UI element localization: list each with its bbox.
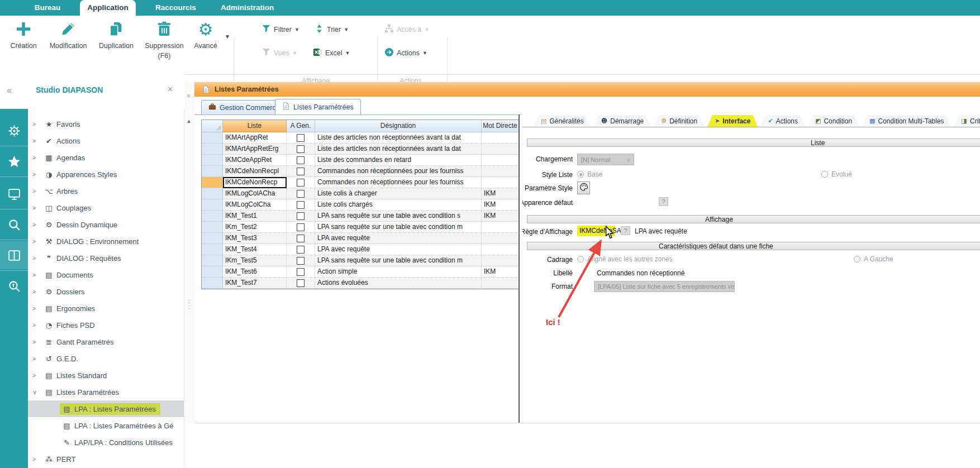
chevron-icon[interactable]: > bbox=[32, 322, 42, 328]
select-all-corner[interactable] bbox=[202, 120, 223, 132]
cell-mot-directeur[interactable] bbox=[482, 166, 519, 177]
splitter-handle[interactable]: ∙∙∙∙∙∙∙∙ bbox=[188, 299, 191, 310]
cell-liste[interactable]: IKMArtAppRet bbox=[223, 132, 287, 144]
tree-item[interactable]: > ↺ G.E.D. bbox=[28, 350, 184, 367]
menu-tab-bureau[interactable]: Bureau bbox=[31, 0, 64, 16]
row-selector[interactable] bbox=[202, 222, 223, 233]
tree-item[interactable]: > ✔ Actions bbox=[28, 132, 184, 149]
a-gen-checkbox[interactable] bbox=[297, 190, 305, 198]
table-row[interactable]: IKM_Test6 Action simple IKM bbox=[202, 266, 519, 278]
cell-mot-directeur[interactable] bbox=[482, 233, 519, 244]
parametre-style-button[interactable] bbox=[577, 182, 590, 194]
tree-item[interactable]: > ▤ Listes Standard bbox=[28, 367, 184, 384]
table-row[interactable]: IKMCdeNonRecpl Commandes non réceptionné… bbox=[202, 166, 519, 177]
search-icon[interactable] bbox=[0, 211, 28, 238]
regle-affichage-help-button[interactable]: ? bbox=[621, 226, 630, 235]
duplication-button[interactable]: Duplication bbox=[93, 20, 140, 50]
chevron-icon[interactable]: > bbox=[32, 338, 42, 345]
tree-item[interactable]: > ★ Favoris bbox=[28, 116, 184, 132]
column-header-designation[interactable]: Désignation bbox=[315, 120, 482, 132]
tree-item[interactable]: ∨ ▤ Listes Paramétrées bbox=[28, 384, 184, 400]
chevron-icon[interactable]: > bbox=[32, 221, 42, 228]
apparence-defaut-help-button[interactable]: ? bbox=[659, 197, 668, 206]
cell-mot-directeur[interactable] bbox=[482, 255, 519, 266]
table-row[interactable]: IKM_Test3 LPA avec requête bbox=[202, 233, 519, 244]
modification-button[interactable]: Modification bbox=[45, 20, 92, 50]
columns-icon[interactable] bbox=[0, 241, 28, 269]
cell-liste[interactable]: IKM_Test7 bbox=[223, 278, 287, 289]
chevron-icon[interactable]: > bbox=[32, 171, 42, 178]
cell-liste[interactable]: IKM_Test1 bbox=[223, 211, 287, 222]
property-tab[interactable]: ▦ Condition Multi-Tables bbox=[862, 115, 951, 127]
cell-designation[interactable]: Liste colis à charger bbox=[315, 188, 482, 199]
chevron-icon[interactable]: > bbox=[32, 238, 42, 245]
chevron-icon[interactable]: > bbox=[32, 137, 42, 144]
a-gen-checkbox[interactable] bbox=[297, 279, 305, 287]
cell-mot-directeur[interactable]: IKM bbox=[482, 188, 519, 199]
property-tab[interactable]: ➤ Interface bbox=[707, 115, 758, 127]
a-gen-checkbox[interactable] bbox=[297, 201, 305, 209]
avance-button[interactable]: ⚙ Avancé bbox=[188, 20, 223, 50]
cell-liste[interactable]: IKMCdeNonRecp bbox=[223, 177, 287, 188]
cell-liste[interactable]: IKMCdeAppRet bbox=[223, 155, 287, 166]
menu-tab-application[interactable]: Application bbox=[80, 0, 136, 16]
chevron-icon[interactable]: > bbox=[32, 355, 42, 362]
table-row[interactable]: IKM_Test7 Actions évoluées bbox=[202, 278, 519, 289]
cell-designation[interactable]: Liste des commandes en retard bbox=[315, 155, 482, 166]
tree-item[interactable]: > ❞ DIALOG : Requêtes bbox=[28, 250, 184, 266]
table-row[interactable]: IKMArtAppRet Liste des articles non réce… bbox=[202, 132, 519, 144]
cell-designation[interactable]: LPA sans requête sur une table avec cond… bbox=[315, 255, 482, 266]
cell-designation[interactable]: Action simple bbox=[315, 266, 482, 278]
tree-item[interactable]: > ◫ Couplages bbox=[28, 199, 184, 216]
cell-liste[interactable]: IKMArtAppRetErg bbox=[223, 144, 287, 155]
table-row[interactable]: IKMCdeAppRet Liste des commandes en reta… bbox=[202, 155, 519, 166]
table-row[interactable]: IKM_Test1 LPA sans requête sur une table… bbox=[202, 211, 519, 222]
cell-designation[interactable]: LPA avec requête bbox=[315, 244, 482, 255]
regle-affichage-field[interactable]: IKMCdeNoSA bbox=[577, 226, 615, 236]
cell-mot-directeur[interactable] bbox=[482, 222, 519, 233]
a-gen-checkbox[interactable] bbox=[297, 134, 305, 142]
chevron-icon[interactable]: > bbox=[32, 204, 42, 211]
column-header-a-gen[interactable]: A Gen. bbox=[287, 120, 315, 132]
row-selector[interactable] bbox=[202, 155, 223, 166]
row-selector[interactable] bbox=[202, 144, 223, 155]
tree-item[interactable]: ▤ LPA : Listes Paramétrées à Gé bbox=[28, 417, 184, 434]
chevron-icon[interactable]: > bbox=[32, 271, 42, 278]
chevron-icon[interactable]: ∨ bbox=[32, 389, 42, 396]
menu-tab-raccourcis[interactable]: Raccourcis bbox=[155, 0, 194, 16]
property-tab[interactable]: ▤ Généralités bbox=[534, 115, 591, 127]
chevron-icon[interactable]: > bbox=[32, 154, 42, 161]
tree-item[interactable]: ✎ LAP/LPA : Conditions Utilisées bbox=[28, 434, 184, 451]
row-selector[interactable] bbox=[202, 188, 223, 199]
cell-designation[interactable]: LPA sans requête sur une table avec cond… bbox=[315, 211, 482, 222]
property-tab[interactable]: ◨ Critère bbox=[954, 115, 980, 127]
helm-icon[interactable] bbox=[0, 117, 28, 145]
tree-item[interactable]: > ⚙ Dossiers bbox=[28, 283, 184, 300]
cell-designation[interactable]: Liste des articles non réceptionnées ava… bbox=[315, 132, 482, 144]
tree-item[interactable]: > ▤ Ergonomies bbox=[28, 300, 184, 317]
cell-designation[interactable]: Actions évoluées bbox=[315, 278, 482, 289]
tree-item[interactable]: > ▦ Agendas bbox=[28, 149, 184, 166]
tree-item[interactable]: > ⚒ DIALOG : Environnement bbox=[28, 233, 184, 250]
filtrer-button[interactable]: Filtrer▼ bbox=[261, 23, 299, 36]
tree-item[interactable]: > ▤ Documents bbox=[28, 266, 184, 283]
cell-designation[interactable]: LPA sans requête sur une table avec cond… bbox=[315, 222, 482, 233]
table-row[interactable]: IKm_Test2 LPA sans requête sur une table… bbox=[202, 222, 519, 233]
scroll-up-icon[interactable]: ▲ bbox=[186, 118, 192, 124]
row-selector[interactable] bbox=[202, 199, 223, 211]
column-header-liste[interactable]: Liste bbox=[223, 120, 287, 132]
table-row[interactable]: IKM_Test4 LPA avec requête bbox=[202, 244, 519, 255]
property-tab[interactable]: ⚙ Définition bbox=[654, 115, 705, 127]
a-gen-checkbox[interactable] bbox=[297, 235, 305, 242]
chevron-icon[interactable]: > bbox=[32, 372, 42, 379]
monitor-icon[interactable] bbox=[0, 180, 28, 208]
row-selector[interactable] bbox=[202, 166, 223, 177]
chevron-icon[interactable]: > bbox=[32, 188, 42, 194]
table-row[interactable]: IKMCdeNonRecp Commandes non réceptionnée… bbox=[202, 177, 519, 188]
cell-designation[interactable]: Commandes non réceptionnées pour les fou… bbox=[315, 177, 482, 188]
tree-item[interactable]: ▤ LPA : Listes Paramétrées bbox=[28, 400, 184, 417]
chevron-icon[interactable]: > bbox=[32, 255, 42, 261]
row-selector[interactable] bbox=[202, 244, 223, 255]
row-selector[interactable] bbox=[202, 278, 223, 289]
tree-item[interactable]: > ⌥ Arbres bbox=[28, 183, 184, 199]
